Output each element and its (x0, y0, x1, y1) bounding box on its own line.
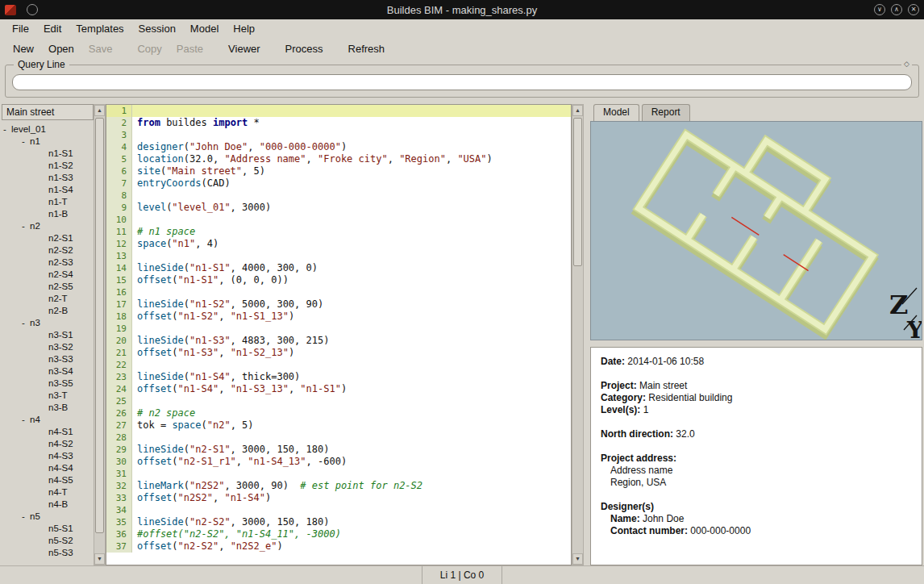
editor-line[interactable]: 11# n1 space (106, 226, 571, 238)
collapse-icon[interactable]: - (3, 123, 11, 136)
process-button[interactable]: Process (279, 40, 330, 57)
editor-line[interactable]: 9level("level_01", 3000) (106, 202, 571, 214)
tree-item-n2-s2[interactable]: n2-S2 (2, 244, 94, 257)
tree-item-n1-t[interactable]: n1-T (2, 196, 94, 208)
editor-line[interactable]: 7entryCoords(CAD) (106, 177, 571, 190)
tab-report[interactable]: Report (642, 104, 690, 121)
tree-item-n4-s3[interactable]: n4-S3 (2, 450, 94, 462)
tree-item-n4-b[interactable]: n4-B (2, 498, 94, 511)
editor-line[interactable]: 36#offset("n2-S2", "n1-S4_11", -3000) (106, 528, 571, 540)
tree-item-n5[interactable]: -n5 (2, 511, 94, 523)
editor-line[interactable]: 10 (106, 214, 571, 226)
editor-line[interactable]: 16 (106, 286, 571, 298)
menu-item-session[interactable]: Session (131, 21, 183, 36)
tree-item-n4-s5[interactable]: n4-S5 (2, 474, 94, 486)
editor-line[interactable]: 27tok = space("n2", 5) (106, 419, 571, 432)
minimize-button[interactable]: ∨ (874, 4, 885, 15)
tree-item-n5-s2[interactable]: n5-S2 (2, 535, 94, 547)
tree-item-n2-s5[interactable]: n2-S5 (2, 281, 94, 293)
new-button[interactable]: New (6, 40, 40, 57)
editor-line[interactable]: 14lineSide("n1-S1", 4000, 300, 0) (106, 262, 571, 274)
window-menu-button[interactable] (27, 4, 38, 15)
collapse-group-icon[interactable]: ◇ (901, 60, 912, 68)
model-viewport[interactable]: Z Y (590, 121, 922, 340)
editor-line[interactable]: 2from buildes import * (106, 117, 571, 129)
tree-item-n4[interactable]: -n4 (2, 414, 94, 426)
maximize-button[interactable]: ∧ (891, 4, 902, 15)
scroll-up-icon[interactable]: ▲ (572, 105, 583, 116)
tab-model[interactable]: Model (593, 104, 639, 121)
tree-item-n2-s4[interactable]: n2-S4 (2, 269, 94, 281)
query-input[interactable] (12, 74, 912, 90)
editor-line[interactable]: 32lineMark("n2S2", 3000, 90) # est point… (106, 480, 571, 492)
editor-line[interactable]: 5location(32.0, "Address name", "Froke c… (106, 153, 571, 165)
editor-line[interactable]: 30offset("n2-S1_r1", "n1-S4_13", -600) (106, 456, 571, 468)
editor-scroll-thumb[interactable] (573, 118, 582, 266)
tree-item-n1-s3[interactable]: n1-S3 (2, 172, 94, 184)
scroll-down-icon[interactable]: ▼ (572, 553, 583, 565)
tree-item-n3-s3[interactable]: n3-S3 (2, 353, 94, 365)
editor-line[interactable]: 6site("Main street", 5) (106, 165, 571, 177)
tree-item-n3[interactable]: -n3 (2, 317, 94, 329)
menu-item-help[interactable]: Help (226, 21, 262, 36)
tree-header[interactable]: Main street (2, 104, 94, 120)
tree-item-n3-s4[interactable]: n3-S4 (2, 365, 94, 378)
editor-line[interactable]: 20lineSide("n1-S3", 4883, 300, 215) (106, 335, 571, 347)
tree-item-n1[interactable]: -n1 (2, 136, 94, 148)
scroll-down-icon[interactable]: ▼ (94, 553, 105, 565)
editor-line[interactable]: 31 (106, 468, 571, 480)
tree-item-n1-b[interactable]: n1-B (2, 208, 94, 220)
tree-item-n1-s2[interactable]: n1-S2 (2, 160, 94, 172)
tree-item-n5-s1[interactable]: n5-S1 (2, 523, 94, 535)
tree-item-n3-s2[interactable]: n3-S2 (2, 341, 94, 353)
menu-item-edit[interactable]: Edit (36, 21, 69, 36)
viewer-button[interactable]: Viewer (222, 40, 267, 57)
tree-item-level_01[interactable]: -level_01 (2, 123, 94, 136)
tree-item-n4-s2[interactable]: n4-S2 (2, 438, 94, 450)
tree-item-n4-t[interactable]: n4-T (2, 486, 94, 498)
collapse-icon[interactable]: - (22, 317, 30, 329)
editor-line[interactable]: 28 (106, 432, 571, 444)
editor-line[interactable]: 4designer("John Doe", "000-000-0000") (106, 141, 571, 153)
tree-item-n2-t[interactable]: n2-T (2, 293, 94, 305)
menu-item-file[interactable]: File (5, 21, 36, 36)
editor-scrollbar[interactable]: ▲ ▼ (572, 104, 584, 565)
tree-item-n3-t[interactable]: n3-T (2, 390, 94, 402)
code-editor[interactable]: 12from buildes import *34designer("John … (106, 104, 572, 565)
tree-scroll-track[interactable] (94, 116, 105, 553)
editor-line[interactable]: 19 (106, 323, 571, 335)
collapse-icon[interactable]: - (22, 136, 30, 148)
collapse-icon[interactable]: - (22, 220, 30, 232)
editor-line[interactable]: 35lineSide("n2-S2", 3000, 150, 180) (106, 516, 571, 528)
tree-item-n5-s3[interactable]: n5-S3 (2, 547, 94, 559)
tree-item-n1-s1[interactable]: n1-S1 (2, 148, 94, 160)
editor-line[interactable]: 24offset("n1-S4", "n1-S3_13", "n1-S1") (106, 383, 571, 395)
tree-item-n3-b[interactable]: n3-B (2, 402, 94, 414)
tree-item-n3-s5[interactable]: n3-S5 (2, 378, 94, 390)
tree-item-n2-b[interactable]: n2-B (2, 305, 94, 317)
scroll-up-icon[interactable]: ▲ (94, 105, 105, 116)
tree-item-n2[interactable]: -n2 (2, 220, 94, 232)
menu-item-model[interactable]: Model (183, 21, 226, 36)
tree-item-n3-s1[interactable]: n3-S1 (2, 329, 94, 341)
open-button[interactable]: Open (42, 40, 81, 57)
editor-line[interactable]: 21offset("n1-S3", "n1-S2_13") (106, 347, 571, 359)
tree-item-n4-s1[interactable]: n4-S1 (2, 426, 94, 438)
collapse-icon[interactable]: - (22, 511, 30, 523)
editor-line[interactable]: 18offset("n1-S2", "n1-S1_13") (106, 311, 571, 323)
editor-line[interactable]: 29lineSide("n2-S1", 3000, 150, 180) (106, 444, 571, 456)
editor-line[interactable]: 33offset("n2S2", "n1-S4") (106, 492, 571, 504)
editor-line[interactable]: 23lineSide("n1-S4", thick=300) (106, 371, 571, 383)
editor-line[interactable]: 8 (106, 190, 571, 202)
editor-line[interactable]: 12space("n1", 4) (106, 238, 571, 250)
editor-line[interactable]: 1 (106, 105, 571, 117)
menu-item-templates[interactable]: Templates (69, 21, 131, 36)
editor-line[interactable]: 15offset("n1-S1", (0, 0, 0)) (106, 274, 571, 286)
editor-line[interactable]: 3 (106, 129, 571, 141)
editor-scroll-track[interactable] (572, 116, 583, 553)
refresh-button[interactable]: Refresh (342, 40, 392, 57)
editor-line[interactable]: 25 (106, 395, 571, 407)
tree-item-n1-s4[interactable]: n1-S4 (2, 184, 94, 196)
tree-item-n2-s3[interactable]: n2-S3 (2, 257, 94, 269)
close-button[interactable]: ✕ (908, 4, 919, 15)
